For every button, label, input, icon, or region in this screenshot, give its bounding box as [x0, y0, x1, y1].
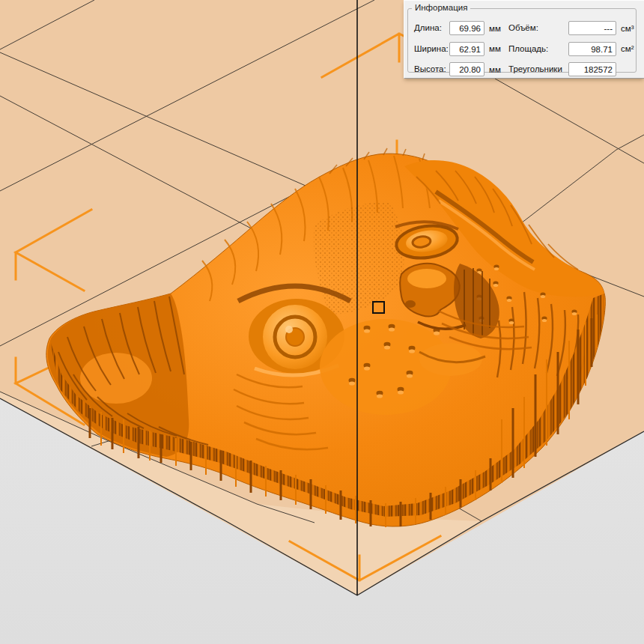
- triangles-label: Треугольники: [508, 62, 568, 76]
- info-panel: Информация Длина: 69.96 мм Объём: --- см…: [404, 0, 644, 79]
- triangles-field[interactable]: 182572: [568, 62, 616, 76]
- area-unit: см²: [616, 44, 639, 53]
- width-label: Ширина:: [414, 42, 449, 56]
- volume-field[interactable]: ---: [568, 21, 616, 35]
- width-unit: мм: [484, 44, 508, 53]
- app-window: Информация Длина: 69.96 мм Объём: --- см…: [0, 0, 644, 644]
- info-panel-title: Информация: [412, 3, 470, 12]
- left-ear-highlight: [80, 353, 152, 404]
- volume-unit: см³: [616, 24, 639, 33]
- nose-highlight: [407, 269, 446, 288]
- nostril: [405, 300, 416, 308]
- height-field[interactable]: 20.80: [449, 62, 484, 76]
- length-label: Длина:: [414, 21, 449, 35]
- area-label: Площадь:: [508, 42, 568, 56]
- height-unit: мм: [484, 65, 508, 74]
- length-field[interactable]: 69.96: [449, 21, 484, 35]
- height-label: Высота:: [414, 62, 449, 76]
- area-field[interactable]: 98.71: [568, 42, 616, 56]
- viewport-3d[interactable]: [0, 0, 644, 644]
- width-field[interactable]: 62.91: [449, 42, 484, 56]
- length-unit: мм: [484, 24, 508, 33]
- volume-label: Объём:: [508, 21, 568, 35]
- info-rows: Длина: 69.96 мм Объём: --- см³ Ширина: 6…: [414, 21, 639, 76]
